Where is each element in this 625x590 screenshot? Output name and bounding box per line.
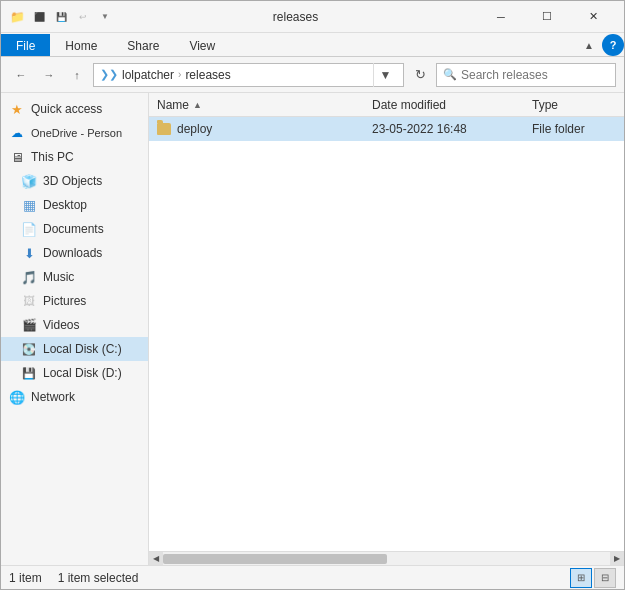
file-name-cell: deploy — [149, 122, 364, 136]
file-list: deploy 23-05-2022 16:48 File folder — [149, 117, 624, 551]
status-bar: 1 item 1 item selected ⊞ ⊟ — [1, 565, 624, 589]
sidebar-label-network: Network — [31, 390, 75, 404]
horizontal-scrollbar[interactable]: ◀ ▶ — [149, 551, 624, 565]
file-area: Name ▲ Date modified Type deploy 23-05-2… — [149, 93, 624, 565]
minimize-button[interactable]: ─ — [478, 1, 524, 33]
main-area: ★ Quick access ☁ OneDrive - Person 🖥 Thi… — [1, 93, 624, 565]
column-date-modified[interactable]: Date modified — [364, 98, 524, 112]
disk-c-icon: 💽 — [21, 341, 37, 357]
details-view-button[interactable]: ⊞ — [570, 568, 592, 588]
large-icons-view-button[interactable]: ⊟ — [594, 568, 616, 588]
sort-arrow-icon: ▲ — [193, 100, 202, 110]
sidebar-item-network[interactable]: 🌐 Network — [1, 385, 148, 409]
pictures-icon: 🖼 — [21, 293, 37, 309]
videos-icon: 🎬 — [21, 317, 37, 333]
sidebar-label-this-pc: This PC — [31, 150, 74, 164]
explorer-window: 📁 ⬛ 💾 ↩ ▼ releases ─ ☐ ✕ File Home Share… — [0, 0, 625, 590]
view-buttons: ⊞ ⊟ — [570, 568, 616, 588]
disk-d-icon: 💾 — [21, 365, 37, 381]
selected-count-label: 1 item selected — [58, 571, 139, 585]
breadcrumb-arrow: › — [178, 69, 181, 80]
breadcrumb-lolpatcher[interactable]: lolpatcher — [122, 68, 174, 82]
tab-share[interactable]: Share — [112, 34, 174, 56]
search-box[interactable]: 🔍 — [436, 63, 616, 87]
sidebar-label-music: Music — [43, 270, 74, 284]
sidebar-label-documents: Documents — [43, 222, 104, 236]
undo-icon[interactable]: ↩ — [75, 9, 91, 25]
sidebar-label-desktop: Desktop — [43, 198, 87, 212]
column-header: Name ▲ Date modified Type — [149, 93, 624, 117]
sidebar-label-local-d: Local Disk (D:) — [43, 366, 122, 380]
search-icon: 🔍 — [443, 68, 457, 81]
title-bar: 📁 ⬛ 💾 ↩ ▼ releases ─ ☐ ✕ — [1, 1, 624, 33]
address-path[interactable]: ❯❯ lolpatcher › releases ▼ — [93, 63, 404, 87]
column-type[interactable]: Type — [524, 98, 624, 112]
sidebar-item-onedrive[interactable]: ☁ OneDrive - Person — [1, 121, 148, 145]
sidebar-item-3d-objects[interactable]: 🧊 3D Objects — [1, 169, 148, 193]
address-dropdown-button[interactable]: ▼ — [373, 63, 397, 87]
file-date-cell: 23-05-2022 16:48 — [364, 122, 524, 136]
forward-button[interactable]: → — [37, 63, 61, 87]
address-breadcrumb-icon: ❯❯ — [100, 68, 118, 81]
search-input[interactable] — [461, 68, 609, 82]
network-icon: 🌐 — [9, 389, 25, 405]
ribbon-chevron[interactable]: ▲ — [576, 34, 602, 56]
sidebar-item-downloads[interactable]: ⬇ Downloads — [1, 241, 148, 265]
3d-objects-icon: 🧊 — [21, 173, 37, 189]
save-icon[interactable]: 💾 — [53, 9, 69, 25]
item-count-label: 1 item — [9, 571, 42, 585]
sidebar-label-videos: Videos — [43, 318, 79, 332]
back-button[interactable]: ← — [9, 63, 33, 87]
title-bar-icons: 📁 ⬛ 💾 ↩ ▼ — [9, 9, 113, 25]
sidebar-item-quick-access[interactable]: ★ Quick access — [1, 97, 148, 121]
ribbon-tabs: File Home Share View ▲ ? — [1, 33, 624, 57]
status-text: 1 item 1 item selected — [9, 571, 570, 585]
scrollbar-thumb[interactable] — [163, 554, 387, 564]
breadcrumb-releases[interactable]: releases — [185, 68, 230, 82]
window-controls: ─ ☐ ✕ — [478, 1, 616, 33]
cloud-icon: ☁ — [9, 125, 25, 141]
sidebar-item-videos[interactable]: 🎬 Videos — [1, 313, 148, 337]
file-type-cell: File folder — [524, 122, 624, 136]
documents-icon: 📄 — [21, 221, 37, 237]
star-icon: ★ — [9, 101, 25, 117]
sidebar: ★ Quick access ☁ OneDrive - Person 🖥 Thi… — [1, 93, 149, 565]
file-name-label: deploy — [177, 122, 212, 136]
tab-view[interactable]: View — [174, 34, 230, 56]
pc-icon: 🖥 — [9, 149, 25, 165]
sidebar-item-local-d[interactable]: 💾 Local Disk (D:) — [1, 361, 148, 385]
dropdown-arrow-icon[interactable]: ▼ — [97, 9, 113, 25]
sidebar-label-3d-objects: 3D Objects — [43, 174, 102, 188]
up-button[interactable]: ↑ — [65, 63, 89, 87]
tab-file[interactable]: File — [1, 34, 50, 56]
sidebar-label-pictures: Pictures — [43, 294, 86, 308]
downloads-icon: ⬇ — [21, 245, 37, 261]
column-name[interactable]: Name ▲ — [149, 98, 364, 112]
sidebar-item-local-c[interactable]: 💽 Local Disk (C:) — [1, 337, 148, 361]
title-bar-app-icon: 📁 — [9, 9, 25, 25]
sidebar-item-pictures[interactable]: 🖼 Pictures — [1, 289, 148, 313]
refresh-button[interactable]: ↻ — [408, 63, 432, 87]
sidebar-item-desktop[interactable]: ▦ Desktop — [1, 193, 148, 217]
maximize-button[interactable]: ☐ — [524, 1, 570, 33]
sidebar-item-music[interactable]: 🎵 Music — [1, 265, 148, 289]
scroll-right-button[interactable]: ▶ — [610, 552, 624, 566]
sidebar-item-documents[interactable]: 📄 Documents — [1, 217, 148, 241]
scroll-left-button[interactable]: ◀ — [149, 552, 163, 566]
folder-icon — [157, 123, 171, 135]
tab-home[interactable]: Home — [50, 34, 112, 56]
help-button[interactable]: ? — [602, 34, 624, 56]
desktop-icon: ▦ — [21, 197, 37, 213]
sidebar-label-quick-access: Quick access — [31, 102, 102, 116]
file-row-deploy[interactable]: deploy 23-05-2022 16:48 File folder — [149, 117, 624, 141]
sidebar-label-onedrive: OneDrive - Person — [31, 127, 122, 139]
address-bar: ← → ↑ ❯❯ lolpatcher › releases ▼ ↻ 🔍 — [1, 57, 624, 93]
window-title: releases — [113, 10, 478, 24]
quick-access-icon[interactable]: ⬛ — [31, 9, 47, 25]
sidebar-label-downloads: Downloads — [43, 246, 102, 260]
sidebar-label-local-c: Local Disk (C:) — [43, 342, 122, 356]
close-button[interactable]: ✕ — [570, 1, 616, 33]
sidebar-item-this-pc[interactable]: 🖥 This PC — [1, 145, 148, 169]
music-icon: 🎵 — [21, 269, 37, 285]
scrollbar-track[interactable] — [163, 552, 610, 566]
